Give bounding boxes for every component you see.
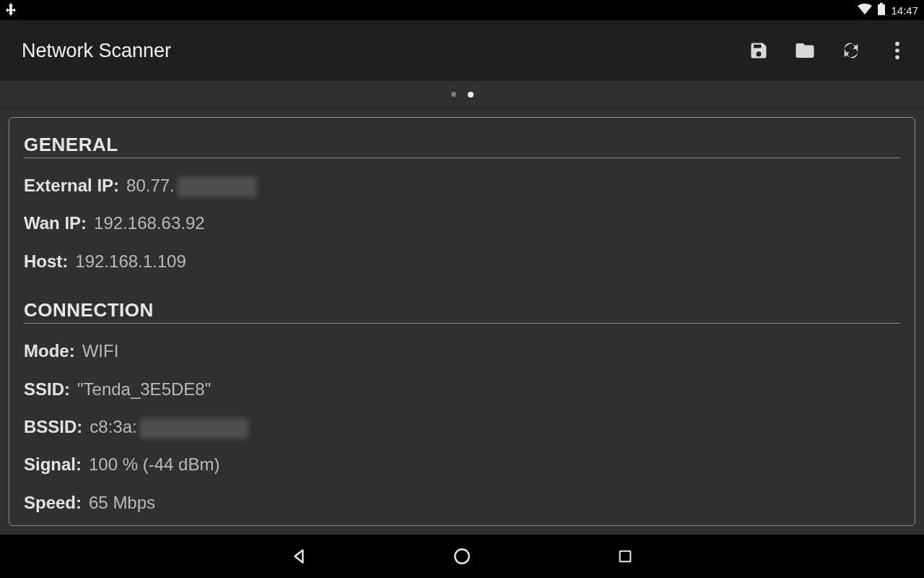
refresh-button[interactable]: [839, 38, 863, 63]
recents-icon: [617, 548, 633, 564]
content-area: GENERAL External IP: 80.77. Wan IP: 192.…: [0, 108, 924, 535]
redacted-segment: [140, 418, 248, 439]
battery-icon: [878, 3, 885, 17]
mode-label: Mode:: [24, 340, 75, 363]
mode-value: WIFI: [82, 340, 119, 363]
info-card: GENERAL External IP: 80.77. Wan IP: 192.…: [9, 117, 915, 526]
signal-label: Signal:: [24, 453, 82, 476]
bssid-value: c8:3a:: [90, 415, 248, 439]
row-wan-ip: Wan IP: 192.168.63.92: [24, 204, 900, 242]
wifi-icon: [858, 4, 872, 17]
home-icon: [453, 547, 471, 566]
status-bar: 14:47: [0, 0, 924, 20]
row-external-ip: External IP: 80.77.: [24, 167, 900, 204]
external-ip-label: External IP:: [24, 174, 119, 197]
home-button[interactable]: [449, 543, 475, 569]
pager-dot-1[interactable]: [468, 92, 474, 98]
ssid-label: SSID:: [24, 378, 70, 401]
row-host: Host: 192.168.1.109: [24, 243, 900, 280]
redacted-segment: [178, 177, 257, 197]
ssid-value: "Tenda_3E5DE8": [77, 378, 211, 401]
svg-point-3: [455, 549, 469, 564]
recents-button[interactable]: [612, 543, 638, 569]
external-ip-value: 80.77.: [126, 174, 257, 197]
signal-value: 100 % (-44 dBm): [89, 453, 219, 476]
folder-icon: [794, 40, 816, 61]
status-time: 14:47: [891, 4, 918, 17]
usb-debug-icon: [6, 3, 16, 18]
row-mode: Mode: WIFI: [24, 332, 900, 370]
save-button[interactable]: [746, 38, 771, 63]
bssid-label: BSSID:: [24, 415, 82, 439]
divider: [24, 158, 900, 158]
open-folder-button[interactable]: [793, 38, 817, 63]
row-signal: Signal: 100 % (-44 dBm): [24, 446, 900, 483]
host-label: Host:: [24, 250, 68, 273]
speed-label: Speed:: [24, 491, 82, 514]
wan-ip-label: Wan IP:: [24, 212, 87, 235]
svg-point-1: [895, 48, 899, 53]
svg-point-0: [895, 42, 899, 46]
section-general-heading: GENERAL: [24, 134, 900, 156]
svg-rect-4: [620, 551, 631, 562]
refresh-icon: [841, 40, 861, 61]
speed-value: 65 Mbps: [89, 491, 155, 514]
row-ssid: SSID: "Tenda_3E5DE8": [24, 371, 900, 408]
action-bar: [746, 38, 914, 63]
more-vert-icon: [894, 40, 900, 61]
app-title: Network Scanner: [22, 40, 171, 62]
divider: [24, 323, 900, 324]
wan-ip-value: 192.168.63.92: [94, 212, 204, 235]
row-bssid: BSSID: c8:3a:: [24, 408, 900, 446]
section-connection-heading: CONNECTION: [24, 299, 900, 322]
page-indicator[interactable]: [0, 81, 924, 108]
save-icon: [749, 40, 769, 61]
overflow-menu-button[interactable]: [885, 38, 910, 63]
row-speed: Speed: 65 Mbps: [24, 484, 900, 522]
host-value: 192.168.1.109: [75, 250, 186, 273]
pager-dot-0[interactable]: [451, 92, 456, 97]
svg-point-2: [895, 56, 899, 60]
back-button[interactable]: [286, 543, 312, 569]
back-icon: [289, 547, 308, 566]
navigation-bar: [0, 535, 924, 578]
app-bar: Network Scanner: [0, 20, 924, 81]
